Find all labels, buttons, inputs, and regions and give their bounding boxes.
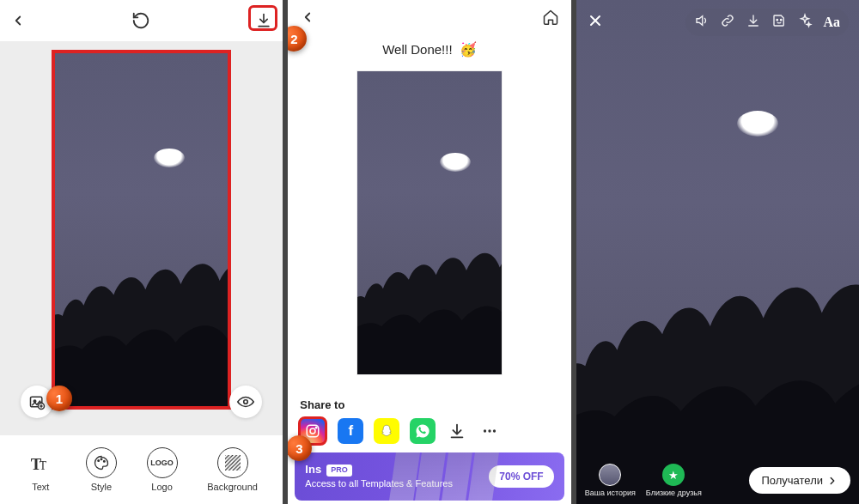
add-image-icon	[28, 393, 46, 410]
instagram-icon	[305, 423, 320, 439]
svg-text:T: T	[40, 459, 47, 472]
more-icon	[480, 422, 499, 440]
foliage-silhouette	[52, 217, 231, 410]
back-button[interactable]	[10, 13, 26, 28]
link-button[interactable]	[720, 13, 735, 32]
effects-button[interactable]	[797, 13, 813, 32]
snapchat-icon	[379, 423, 394, 439]
tool-logo-label: Logo	[151, 482, 172, 492]
chevron-left-icon	[300, 9, 315, 25]
share-whatsapp[interactable]	[410, 418, 436, 444]
eye-icon	[236, 392, 255, 411]
tool-style-label: Style	[91, 482, 112, 492]
share-topbar	[288, 0, 570, 38]
download-icon	[448, 422, 466, 440]
sparkle-icon	[797, 13, 813, 28]
svg-point-15	[493, 429, 496, 432]
share-panel: 2 Well Done!!! 🥳 Share to f	[288, 0, 570, 504]
svg-point-7	[101, 458, 102, 460]
logo-icon: LOGO	[147, 447, 178, 478]
celebrate-emoji: 🥳	[460, 42, 477, 57]
avatar-icon	[599, 464, 621, 486]
facebook-icon: f	[348, 422, 353, 440]
download-icon	[746, 13, 761, 28]
back-button[interactable]	[300, 9, 315, 28]
close-icon	[587, 12, 604, 29]
tool-text[interactable]: TT Text	[25, 447, 56, 492]
tool-logo[interactable]: LOGO Logo	[147, 447, 178, 492]
text-icon: TT	[25, 447, 56, 478]
download-highlight	[248, 5, 277, 31]
story-background[interactable]	[576, 0, 859, 504]
pro-banner[interactable]: Ins PRO Access to all Templates & Featur…	[295, 452, 564, 501]
share-preview	[356, 70, 502, 375]
link-icon	[720, 13, 735, 28]
svg-point-16	[777, 20, 778, 21]
instagram-story-panel: Aa Ваша история ★ Близкие друзья Получат…	[576, 0, 859, 504]
your-story-button[interactable]: Ваша история	[585, 464, 636, 497]
story-image	[55, 53, 228, 406]
recipients-button[interactable]: Получатели	[749, 467, 850, 494]
svg-point-11	[310, 428, 315, 434]
share-snapchat[interactable]	[374, 418, 399, 444]
share-more[interactable]	[478, 420, 501, 442]
close-friends-button[interactable]: ★ Близкие друзья	[646, 464, 702, 497]
audio-button[interactable]	[694, 13, 710, 32]
editor-canvas[interactable]	[52, 50, 231, 410]
share-download[interactable]	[446, 420, 468, 442]
pro-badge: PRO	[326, 465, 352, 477]
star-icon: ★	[662, 464, 685, 486]
svg-rect-9	[225, 455, 241, 471]
close-button[interactable]	[587, 12, 604, 33]
editor-topbar	[0, 0, 283, 41]
editor-toolbar: TT Text Style LOGO Logo Background	[0, 435, 283, 504]
svg-point-6	[98, 460, 100, 462]
editor-panel: TT Text Style LOGO Logo Background 1	[0, 0, 283, 504]
chevron-left-icon	[10, 13, 26, 28]
svg-point-17	[781, 20, 783, 21]
undo-button[interactable]	[131, 11, 150, 30]
tool-style[interactable]: Style	[86, 447, 117, 492]
svg-point-14	[489, 429, 491, 432]
sticker-button[interactable]	[771, 13, 787, 32]
tool-text-label: Text	[32, 482, 49, 492]
share-facebook[interactable]: f	[338, 418, 363, 444]
share-row: f	[298, 416, 501, 446]
svg-point-13	[484, 429, 486, 432]
home-icon	[542, 9, 559, 26]
step-marker-1: 1	[46, 386, 72, 411]
undo-icon	[131, 11, 150, 30]
story-topbar: Aa	[576, 9, 859, 36]
text-button[interactable]: Aa	[823, 15, 840, 30]
chevron-right-icon	[826, 475, 838, 487]
tool-background[interactable]: Background	[207, 447, 258, 492]
save-button[interactable]	[746, 13, 761, 32]
story-tools: Aa	[685, 9, 849, 36]
svg-point-12	[316, 427, 318, 428]
home-button[interactable]	[542, 9, 559, 29]
svg-point-3	[244, 400, 248, 404]
story-bottom-bar: Ваша история ★ Близкие друзья Получатели	[576, 464, 859, 497]
svg-point-8	[103, 461, 105, 463]
share-title: Well Done!!! 🥳	[288, 41, 570, 58]
tool-background-label: Background	[207, 482, 258, 492]
preview-button[interactable]	[229, 386, 262, 418]
background-icon	[217, 447, 248, 478]
whatsapp-icon	[415, 423, 430, 439]
offer-button[interactable]: 70% OFF	[489, 465, 553, 488]
speaker-icon	[694, 13, 710, 28]
palette-icon	[86, 447, 117, 478]
share-to-label: Share to	[300, 398, 344, 411]
sticker-icon	[771, 13, 787, 28]
